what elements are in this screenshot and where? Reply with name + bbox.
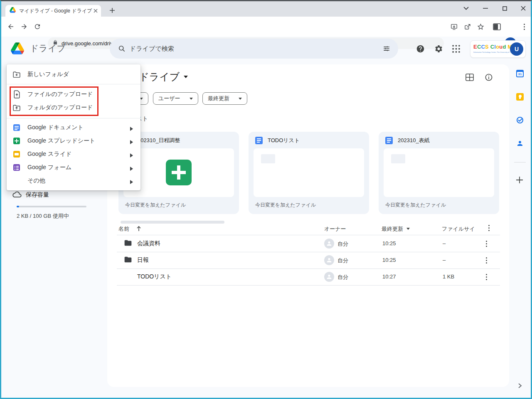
file-size: 1 KB	[443, 273, 454, 280]
app-name: ドライブ	[30, 42, 66, 54]
chevron-down-icon	[190, 98, 193, 100]
account-badge-subtitle: Information Technology Center, The Unive…	[473, 51, 514, 53]
chevron-right-icon	[130, 139, 134, 143]
drive-favicon	[10, 7, 16, 15]
info-icon[interactable]	[485, 73, 493, 83]
browser-tab[interactable]: マイドライブ - Google ドライブ	[5, 5, 101, 17]
file-row[interactable]: TODOリスト 自分 10:27 1 KB	[117, 268, 500, 286]
search-options-tune-icon[interactable]	[382, 44, 391, 54]
search-bar[interactable]: ドライブで検索	[110, 39, 398, 59]
back-button[interactable]	[6, 22, 16, 32]
menu-item-google-docs[interactable]: Google ドキュメント	[7, 121, 140, 134]
new-tab-button[interactable]	[107, 5, 118, 16]
keep-icon[interactable]	[516, 93, 524, 101]
forward-button[interactable]	[19, 22, 29, 32]
card-reason: 今日変更を加えたファイル	[125, 202, 186, 209]
owner-avatar	[324, 255, 334, 265]
row-actions-kebab-icon[interactable]	[486, 274, 487, 280]
filter-chip-people[interactable]: ユーザー	[153, 92, 198, 105]
window-close-button[interactable]	[518, 3, 529, 14]
file-name: 会議資料	[137, 240, 160, 247]
column-options-kebab-icon[interactable]	[488, 225, 490, 231]
folder-icon	[124, 256, 132, 265]
filter-chip-modified[interactable]: 最終更新	[202, 92, 247, 105]
modified-time: 10:25	[382, 257, 396, 263]
google-apps-grid-icon[interactable]	[451, 44, 461, 54]
modified-time: 10:27	[382, 273, 396, 280]
get-addons-plus-icon[interactable]	[515, 176, 524, 186]
file-list-header: 名前 オーナー 最終更新 ファイルサイ	[117, 224, 500, 235]
reload-button[interactable]	[32, 22, 42, 32]
bookmark-star-icon[interactable]	[475, 22, 485, 32]
docs-file-icon	[255, 137, 263, 144]
maximize-button[interactable]	[499, 3, 510, 14]
title-dropdown-caret-icon	[184, 76, 188, 78]
grid-view-toggle-icon[interactable]	[466, 74, 474, 83]
search-icon	[118, 44, 126, 54]
tab-search-chevron-icon[interactable]	[461, 3, 471, 14]
menu-item-label: Google ドキュメント	[27, 124, 84, 131]
menu-item-google-forms[interactable]: Google フォーム	[7, 161, 140, 174]
sort-direction-caret-icon	[406, 228, 410, 230]
file-name: 日報	[137, 256, 149, 264]
file-row[interactable]: 会議資料 自分 10:25 –	[117, 235, 500, 252]
drive-logo[interactable]	[11, 42, 24, 56]
chevron-right-icon	[130, 179, 134, 183]
file-size: –	[443, 240, 446, 246]
chip-label: 最終更新	[208, 95, 229, 102]
account-avatar[interactable]: U	[510, 42, 523, 56]
new-menu-popup: 新しいフォルダ ファイルのアップロード フォルダのアップロード Google ド…	[7, 64, 140, 190]
calendar-icon[interactable]: 31	[516, 70, 524, 77]
column-header-modified[interactable]: 最終更新	[382, 225, 403, 233]
column-header-owner[interactable]: オーナー	[324, 225, 346, 233]
install-icon[interactable]	[449, 22, 459, 32]
column-header-name[interactable]: 名前	[118, 225, 129, 233]
account-avatar-initial: U	[515, 46, 519, 52]
tasks-icon[interactable]	[516, 116, 524, 124]
settings-gear-icon[interactable]	[433, 44, 443, 54]
sort-ascending-icon[interactable]	[136, 226, 141, 233]
row-actions-kebab-icon[interactable]	[486, 257, 487, 264]
owner-avatar	[324, 239, 334, 249]
column-header-size[interactable]: ファイルサイ	[442, 225, 475, 233]
horizontal-scrollbar-thumb[interactable]	[121, 221, 224, 224]
card-title: 202310_日程調整	[138, 137, 180, 144]
suggested-card[interactable]: 202310_表紙 今日変更を加えたファイル	[379, 132, 499, 214]
google-forms-icon	[13, 164, 20, 171]
google-sheets-icon	[13, 138, 20, 144]
browser-toolbar: drive.google.com/drive/my-drive U	[1, 17, 531, 37]
minimize-button[interactable]	[480, 3, 491, 14]
highlight-box	[10, 86, 99, 116]
cloud-icon	[12, 191, 22, 199]
storage-label[interactable]: 保存容量	[26, 191, 49, 199]
browser-tab-strip: マイドライブ - Google ドライブ	[1, 1, 531, 17]
docs-file-icon	[385, 137, 393, 144]
menu-item-new-folder[interactable]: 新しいフォルダ	[7, 64, 140, 84]
google-docs-icon	[13, 124, 20, 131]
chevron-right-icon	[130, 165, 134, 170]
browser-menu-kebab-icon[interactable]	[519, 22, 529, 32]
menu-item-google-slides[interactable]: Google スライド	[7, 148, 140, 161]
tab-close-icon[interactable]	[94, 7, 98, 15]
new-folder-icon	[12, 70, 21, 79]
chevron-right-icon	[130, 152, 134, 156]
chevron-down-icon	[239, 98, 242, 100]
hide-side-panel-chevron-icon[interactable]	[517, 383, 523, 390]
share-icon[interactable]	[462, 22, 472, 32]
help-icon[interactable]	[415, 44, 425, 54]
file-row[interactable]: 日報 自分 10:25 –	[117, 252, 500, 269]
account-badge[interactable]: ECCS Cloud Mail Information Technology C…	[470, 40, 526, 58]
menu-item-label: その他	[27, 177, 45, 185]
menu-item-label: Google スライド	[27, 150, 71, 158]
contacts-icon[interactable]	[516, 140, 524, 147]
suggested-card[interactable]: TODOリスト 今日変更を加えたファイル	[249, 132, 369, 214]
row-actions-kebab-icon[interactable]	[486, 241, 487, 247]
menu-item-label: 新しいフォルダ	[27, 71, 69, 78]
side-panel-icon[interactable]	[492, 22, 502, 32]
owner-name: 自分	[337, 273, 348, 281]
search-placeholder: ドライブで検索	[130, 39, 174, 59]
menu-item-more[interactable]: その他	[7, 174, 140, 187]
menu-item-google-sheets[interactable]: Google スプレッドシート	[7, 134, 140, 148]
google-slides-icon	[13, 151, 20, 158]
doc-preview-ghost	[391, 154, 405, 163]
